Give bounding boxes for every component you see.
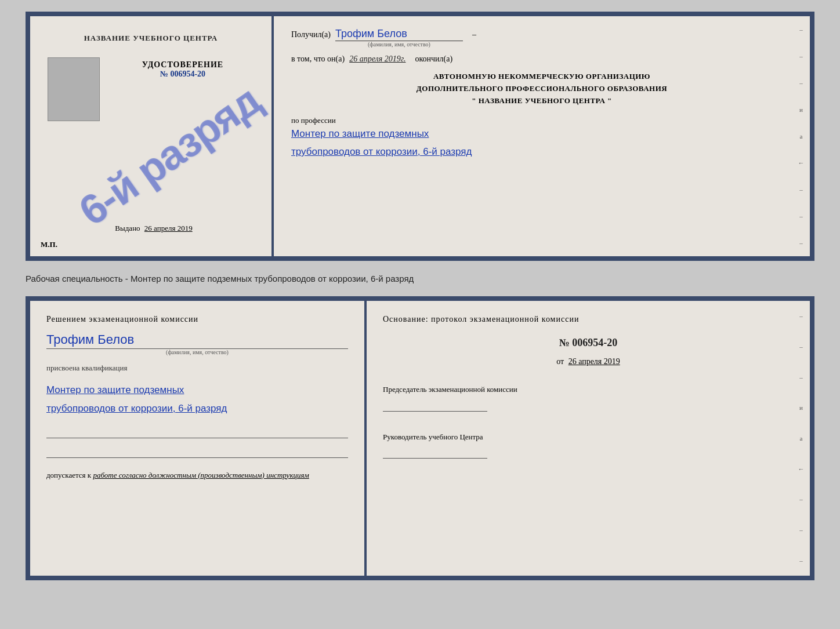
ot-date: от 26 апреля 2019 bbox=[383, 357, 794, 366]
vydano-date: 26 апреля 2019 bbox=[144, 224, 193, 232]
ot-date-value: 26 апреля 2019 bbox=[569, 357, 620, 366]
right-margin-lines-bottom: – – – и а ← – – – bbox=[792, 301, 810, 576]
professiya-line2: трубопроводов от коррозии, 6-й разряд bbox=[291, 146, 472, 157]
bottom-container: Решением экзаменационной комиссии Трофим… bbox=[26, 296, 814, 580]
specialnost-label: Рабочая специальность - Монтер по защите… bbox=[26, 274, 414, 283]
kvalifikatsiya-line2: трубопроводов от коррозии, 6-й разряд bbox=[46, 403, 227, 414]
prisvoena-text: присвоена квалификация bbox=[46, 363, 348, 373]
vtom-row: в том, что он(а) 26 апреля 2019г. окончи… bbox=[291, 54, 792, 64]
fio-hint-top: (фамилия, имя, отчество) bbox=[335, 41, 463, 48]
bottom-right-panel: Основание: протокол экзаменационной коми… bbox=[367, 301, 810, 576]
vtom-date: 26 апреля 2019г. bbox=[349, 54, 405, 64]
po-professii: по профессии Монтер по защите подземных … bbox=[291, 114, 792, 161]
bottom-fio-hint: (фамилия, имя, отчество) bbox=[46, 349, 348, 355]
diploma-right-panel: Получил(а) Трофим Белов (фамилия, имя, о… bbox=[274, 16, 810, 256]
bottom-fio: Трофим Белов bbox=[46, 332, 348, 349]
dash-top: – bbox=[472, 30, 476, 39]
dopuskaetsya-label: допускается к bbox=[46, 471, 91, 479]
udostoverenie-block: УДОСТОВЕРЕНИЕ № 006954-20 bbox=[142, 60, 223, 79]
kvalifikatsiya-value: Монтер по защите подземных трубопроводов… bbox=[46, 381, 348, 419]
resheniem-text: Решением экзаменационной комиссии bbox=[46, 315, 348, 324]
osnovanie-text: Основание: протокол экзаменационной коми… bbox=[383, 315, 794, 324]
dopuskaetsya-value: работе согласно должностным (производств… bbox=[93, 471, 309, 479]
diploma-nomer: № 006954-20 bbox=[142, 70, 223, 79]
bottom-left-panel: Решением экзаменационной комиссии Трофим… bbox=[30, 301, 367, 576]
vtom-label: в том, что он(а) bbox=[291, 54, 345, 64]
predsedatel-text: Председатель экзаменационной комиссии bbox=[383, 384, 794, 395]
ot-label: от bbox=[556, 357, 564, 366]
blank-line-2 bbox=[46, 446, 348, 458]
bottom-fio-block: Трофим Белов (фамилия, имя, отчество) bbox=[46, 332, 348, 355]
professiya-value: Монтер по защите подземных трубопроводов… bbox=[291, 125, 792, 161]
diploma-left-panel: НАЗВАНИЕ УЧЕБНОГО ЦЕНТРА УДОСТОВЕРЕНИЕ №… bbox=[30, 16, 274, 256]
okonchil-label: окончил(а) bbox=[415, 54, 452, 64]
org-line3: " НАЗВАНИЕ УЧЕБНОГО ЦЕНТРА " bbox=[291, 95, 792, 107]
predsedatel-sign-line bbox=[383, 398, 487, 412]
rukovoditel-text: Руководитель учебного Центра bbox=[383, 431, 794, 443]
diploma-top: НАЗВАНИЕ УЧЕБНОГО ЦЕНТРА УДОСТОВЕРЕНИЕ №… bbox=[26, 12, 814, 261]
rukovoditel-sign-line bbox=[383, 445, 487, 459]
protocol-number: № 006954-20 bbox=[383, 337, 794, 349]
poluchil-name: Трофим Белов bbox=[335, 28, 463, 41]
page-wrapper: НАЗВАНИЕ УЧЕБНОГО ЦЕНТРА УДОСТОВЕРЕНИЕ №… bbox=[0, 0, 840, 629]
org-line1: АВТОНОМНУЮ НЕКОММЕРЧЕСКУЮ ОРГАНИЗАЦИЮ bbox=[291, 71, 792, 83]
rukovoditel-block: Руководитель учебного Центра bbox=[383, 431, 794, 459]
poluchil-row: Получил(а) Трофим Белов (фамилия, имя, о… bbox=[291, 28, 792, 48]
specialnost-text: Рабочая специальность - Монтер по защите… bbox=[26, 270, 814, 287]
org-line2: ДОПОЛНИТЕЛЬНОГО ПРОФЕССИОНАЛЬНОГО ОБРАЗО… bbox=[291, 83, 792, 95]
vydano-label: Выдано bbox=[115, 224, 140, 232]
poluchil-label: Получил(а) bbox=[291, 30, 331, 39]
blank-line-1 bbox=[46, 427, 348, 438]
udostoverenie-label: УДОСТОВЕРЕНИЕ bbox=[142, 60, 223, 70]
po-professii-label: по профессии bbox=[291, 116, 792, 125]
mp-label: М.П. bbox=[41, 240, 57, 249]
org-block: АВТОНОМНУЮ НЕКОММЕРЧЕСКУЮ ОРГАНИЗАЦИЮ ДО… bbox=[291, 71, 792, 107]
photo-placeholder bbox=[48, 57, 100, 121]
dopuskaetsya-block: допускается к работе согласно должностны… bbox=[46, 471, 348, 480]
right-margin-lines-top: – – – и а ← – – – bbox=[792, 16, 810, 256]
vydano-block: Выдано 26 апреля 2019 bbox=[109, 224, 192, 250]
center-title-top: НАЗВАНИЕ УЧЕБНОГО ЦЕНТРА bbox=[84, 34, 218, 43]
predsedatel-block: Председатель экзаменационной комиссии bbox=[383, 384, 794, 412]
